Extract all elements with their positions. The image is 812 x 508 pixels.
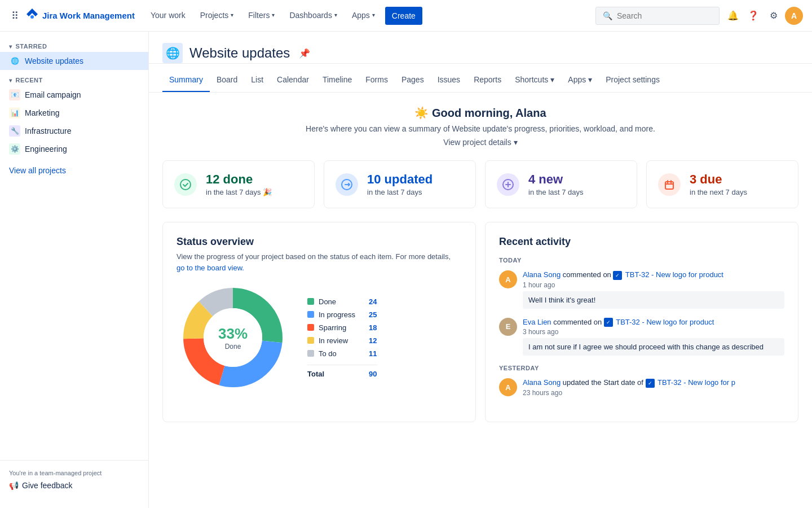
activity-item-eva-comment: E Eva Lien commented on ✓ TBT-32 - New l… [499,318,784,356]
ticket-icon-2: ✓ [604,318,613,327]
board-view-link[interactable]: go to the board view. [176,264,244,272]
stat-new-label: in the last 7 days [528,188,584,196]
create-button[interactable]: Create [385,7,422,25]
grid-icon[interactable]: ⠿ [9,7,21,24]
help-button[interactable]: ❓ [744,7,762,25]
sidebar-item-engineering[interactable]: ⚙️ Engineering [0,140,148,158]
donut-pct: 33% [218,325,248,343]
alana-update-header: Alana Song updated the Start date of ✓ T… [523,378,784,388]
alana-name-link[interactable]: Alana Song [523,270,561,279]
apps-nav[interactable]: Apps ▾ [345,0,382,32]
greeting-section: ☀️ Good morning, Alana Here's where you … [162,106,798,147]
search-icon: 🔍 [603,11,612,20]
alana-update-content: Alana Song updated the Start date of ✓ T… [523,378,784,399]
stat-due-number: 3 due [690,172,747,187]
legend-inprogress: In progress 25 [307,310,377,319]
notifications-button[interactable]: 🔔 [724,7,742,25]
user-avatar[interactable]: A [785,7,803,25]
tab-summary[interactable]: Summary [162,68,210,92]
activity-item-alana-comment: A Alana Song commented on ✓ TBT-32 - New… [499,270,784,309]
project-header: 🌐 Website updates 📌 [149,32,812,64]
shortcuts-chevron-icon: ▾ [550,75,554,84]
your-work-nav[interactable]: Your work [144,0,192,32]
tab-shortcuts[interactable]: Shortcuts ▾ [508,68,561,92]
greeting-title: ☀️ Good morning, Alana [162,106,798,120]
project-icon: 🌐 [162,43,183,63]
todo-legend-label: To do [319,349,337,358]
today-label: TODAY [499,257,784,264]
tab-forms[interactable]: Forms [359,68,395,92]
ticket-link-2[interactable]: TBT-32 - New logo for product [616,318,714,326]
search-input[interactable] [617,11,707,20]
dashboards-chevron-icon: ▾ [334,12,337,18]
inreview-color-dot [307,337,314,344]
total-label: Total [307,370,324,378]
sidebar-item-email[interactable]: 📧 Email campaign [0,86,148,104]
pin-icon[interactable]: 📌 [299,48,310,59]
ticket-link-1[interactable]: TBT-32 - New logo for product [625,270,723,279]
filters-nav[interactable]: Filters ▾ [241,0,281,32]
tab-project-settings[interactable]: Project settings [599,68,667,92]
sidebar-footer: You're in a team-managed project 📢 Give … [0,460,148,499]
svg-point-0 [30,15,34,19]
search-bar[interactable]: 🔍 [595,7,720,25]
total-value: 90 [369,370,377,378]
donut-chart: 33% Done [176,281,289,394]
sparring-color-dot [307,324,314,331]
sparring-legend-label: Sparring [319,323,346,332]
sidebar-item-marketing[interactable]: 📊 Marketing [0,104,148,122]
sparring-legend-value: 18 [369,323,377,332]
recent-header[interactable]: ▾ Recent [0,75,148,86]
status-overview-title: Status overview [176,236,462,248]
jira-icon [25,7,39,24]
tab-apps[interactable]: Apps ▾ [561,68,599,92]
sidebar-item-infrastructure[interactable]: 🔧 Infrastructure [0,122,148,140]
main-content: 🌐 Website updates 📌 Summary Board List C… [149,32,812,508]
ticket-link-3[interactable]: TBT-32 - New logo for p [657,378,735,387]
donut-label: Done [218,343,248,351]
tab-board[interactable]: Board [210,68,244,92]
stat-done-number: 12 done [206,172,272,187]
status-overview-desc: View the progress of your project based … [176,252,462,261]
projects-nav[interactable]: Projects ▾ [193,0,241,32]
inreview-legend-value: 12 [369,336,377,345]
sidebar-item-website-updates[interactable]: 🌐 Website updates [0,52,148,70]
dashboards-nav[interactable]: Dashboards ▾ [283,0,344,32]
stat-card-updated: 10 updated in the last 7 days [324,160,476,208]
donut-center: 33% Done [218,325,248,351]
svg-rect-4 [665,182,673,189]
recent-section: ▾ Recent 📧 Email campaign 📊 Marketing 🔧 … [0,75,148,158]
activity-yesterday-section: YESTERDAY A Alana Song updated the Start… [499,365,784,399]
give-feedback[interactable]: 📢 Give feedback [9,481,139,490]
lower-panels: Status overview View the progress of you… [162,222,798,422]
recent-chevron-icon: ▾ [9,77,12,84]
chart-area: 33% Done Done 24 [176,281,462,394]
tab-pages[interactable]: Pages [395,68,431,92]
starred-header[interactable]: ▾ Starred [0,41,148,52]
project-title: Website updates [189,45,290,61]
view-all-projects[interactable]: View all projects [0,163,148,178]
ticket-icon-3: ✓ [646,379,655,388]
tab-issues[interactable]: Issues [431,68,467,92]
settings-button[interactable]: ⚙ [765,7,783,25]
marketing-icon: 📊 [9,107,20,119]
view-details-button[interactable]: View project details ▾ [162,138,798,147]
tab-list[interactable]: List [244,68,270,92]
tab-calendar[interactable]: Calendar [270,68,316,92]
activity-today-section: TODAY A Alana Song commented on ✓ TBT-32… [499,257,784,356]
alana-comment-text: Well I think it's great! [523,291,784,309]
logo[interactable]: Jira Work Management [25,7,135,24]
eva-comment-time: 3 hours ago [523,328,784,336]
starred-chevron-icon: ▾ [9,43,12,50]
legend-total: Total 90 [307,365,377,378]
inprogress-legend-label: In progress [319,310,355,319]
tab-reports[interactable]: Reports [467,68,508,92]
eva-name-link[interactable]: Eva Lien [523,318,551,326]
alana-name-link-2[interactable]: Alana Song [523,378,561,387]
new-icon [497,173,519,196]
done-legend-value: 24 [369,297,377,306]
eva-avatar: E [499,318,517,336]
tab-timeline[interactable]: Timeline [316,68,359,92]
feedback-icon: 📢 [9,481,19,490]
topnav-nav: Your work Projects ▾ Filters ▾ Dashboard… [144,0,422,32]
